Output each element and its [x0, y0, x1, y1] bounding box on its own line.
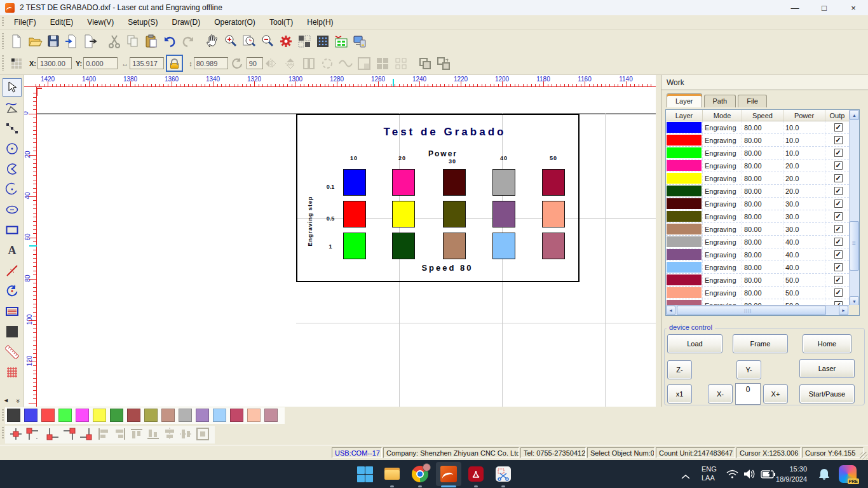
engraving-square[interactable]: [392, 169, 415, 196]
copy-icon[interactable]: [123, 32, 142, 50]
layer-output-cell[interactable]: ✓: [825, 274, 849, 286]
start-button[interactable]: [357, 466, 374, 482]
rotate-tool[interactable]: [3, 281, 22, 300]
palette-swatch[interactable]: [196, 409, 209, 422]
mirror-vertical-icon[interactable]: [281, 54, 300, 72]
node-edit-tool[interactable]: [3, 98, 22, 117]
power-column-label[interactable]: 30: [449, 158, 456, 165]
power-column-label[interactable]: 40: [500, 155, 508, 161]
layer-speed-cell[interactable]: 80.00: [742, 287, 783, 299]
layer-color-swatch[interactable]: [667, 224, 702, 234]
resize-grip[interactable]: [860, 452, 867, 459]
layer-speed-cell[interactable]: 80.00: [742, 134, 783, 146]
home-button[interactable]: Home: [803, 334, 851, 353]
col-mode[interactable]: Mode: [703, 110, 742, 121]
layer-color-cell[interactable]: [666, 287, 703, 299]
tray-chevron-icon[interactable]: [681, 471, 698, 487]
layer-row[interactable]: Engraving80.0020.0✓: [666, 159, 849, 172]
circle-tool[interactable]: [3, 139, 22, 158]
layer-color-cell[interactable]: [666, 210, 703, 222]
layer-output-cell[interactable]: ✓: [825, 287, 849, 299]
step-row-label[interactable]: 0.1: [327, 184, 335, 190]
layer-row[interactable]: Engraving80.0050.0✓: [666, 287, 849, 299]
frame-button[interactable]: Frame: [733, 334, 788, 353]
palette-swatch[interactable]: [76, 409, 89, 422]
menu-operatoro[interactable]: Operator(O): [207, 16, 262, 29]
output-checkbox[interactable]: ✓: [834, 174, 843, 182]
rotate-angle-input[interactable]: [247, 57, 263, 69]
x-position-input[interactable]: [37, 57, 72, 69]
layer-speed-cell[interactable]: 80.00: [742, 185, 783, 197]
step-value-box[interactable]: 0: [735, 383, 761, 405]
palette-swatch[interactable]: [161, 409, 175, 422]
text-tool[interactable]: A: [3, 241, 22, 259]
zoom-page-icon[interactable]: [240, 32, 258, 50]
drawing-bounds-rect[interactable]: [296, 114, 580, 282]
layer-color-cell[interactable]: [666, 274, 703, 286]
power-column-label[interactable]: 50: [550, 155, 557, 161]
fill-color-tool[interactable]: [3, 322, 22, 341]
layer-speed-cell[interactable]: 80.00: [742, 248, 783, 261]
layer-output-cell[interactable]: ✓: [825, 198, 849, 210]
palette-swatch[interactable]: [24, 409, 37, 422]
layer-color-cell[interactable]: [666, 147, 703, 159]
layer-power-cell[interactable]: 10.0: [783, 134, 825, 146]
minimize-button[interactable]: —: [780, 0, 810, 15]
layer-speed-cell[interactable]: 80.00: [742, 274, 783, 286]
canvas[interactable]: 1420140013801360134013201300128012601240…: [24, 75, 656, 407]
tab-layer[interactable]: Layer: [667, 93, 702, 107]
layer-color-swatch[interactable]: [667, 173, 702, 184]
layer-row[interactable]: Engraving80.0030.0✓: [666, 210, 849, 223]
origin-top-left-icon[interactable]: [25, 427, 39, 441]
palette-swatch[interactable]: [127, 409, 140, 422]
engraving-square[interactable]: [542, 201, 565, 227]
output-checkbox[interactable]: ✓: [834, 250, 843, 259]
layer-mode-cell[interactable]: Engraving: [703, 185, 742, 197]
align-bottom-icon[interactable]: [146, 427, 160, 441]
ellipse-tool[interactable]: [3, 200, 22, 219]
palette-swatch[interactable]: [41, 409, 55, 422]
group-icon[interactable]: [416, 54, 435, 72]
grid-array-tool[interactable]: [3, 363, 22, 381]
height-input[interactable]: [194, 57, 228, 69]
layer-mode-cell[interactable]: Engraving: [703, 236, 742, 248]
layer-output-cell[interactable]: ✓: [825, 210, 849, 222]
layer-color-swatch[interactable]: [667, 236, 702, 247]
layer-row[interactable]: Engraving80.0020.0✓: [666, 185, 849, 198]
layer-color-cell[interactable]: [666, 236, 703, 248]
layer-color-swatch[interactable]: [667, 147, 702, 158]
ungroup-icon[interactable]: [435, 54, 453, 72]
tab-file[interactable]: File: [738, 95, 767, 107]
maximize-button[interactable]: □: [810, 0, 839, 15]
layer-power-cell[interactable]: 40.0: [783, 236, 825, 248]
palette-swatch[interactable]: [213, 409, 226, 422]
layer-mode-cell[interactable]: Engraving: [703, 159, 742, 172]
engraving-square[interactable]: [443, 201, 466, 227]
align-top-icon[interactable]: [130, 427, 144, 441]
layer-speed-cell[interactable]: 80.00: [742, 121, 783, 133]
col-speed[interactable]: Speed: [742, 110, 783, 121]
snipping-tool-icon[interactable]: [495, 466, 512, 482]
layer-output-cell[interactable]: ✓: [825, 121, 849, 133]
output-checkbox[interactable]: ✓: [834, 187, 843, 195]
output-checkbox[interactable]: ✓: [834, 276, 843, 284]
align-right-icon[interactable]: [113, 427, 127, 441]
layer-speed-cell[interactable]: 80.00: [742, 159, 783, 172]
layer-mode-cell[interactable]: Engraving: [703, 198, 742, 210]
layer-color-swatch[interactable]: [667, 135, 702, 146]
output-checkbox[interactable]: ✓: [834, 200, 843, 208]
undo-icon[interactable]: [160, 32, 179, 50]
palette-swatch[interactable]: [110, 409, 123, 422]
rectangle-tool[interactable]: [3, 220, 22, 239]
table-horizontal-scrollbar[interactable]: ◄ ►: [666, 305, 850, 315]
layer-row[interactable]: Engraving80.0010.0✓: [666, 134, 849, 147]
layer-power-cell[interactable]: 40.0: [783, 248, 825, 261]
arc-pie-tool[interactable]: [3, 159, 22, 178]
file-explorer-icon[interactable]: [384, 466, 400, 482]
align-page-icon[interactable]: [355, 54, 374, 72]
layer-mode-cell[interactable]: Engraving: [703, 147, 742, 159]
layer-output-cell[interactable]: ✓: [825, 147, 849, 159]
polyline-tool[interactable]: [3, 119, 22, 137]
step-row-label[interactable]: 0.5: [327, 215, 335, 222]
dot-grid-icon[interactable]: [313, 32, 332, 50]
